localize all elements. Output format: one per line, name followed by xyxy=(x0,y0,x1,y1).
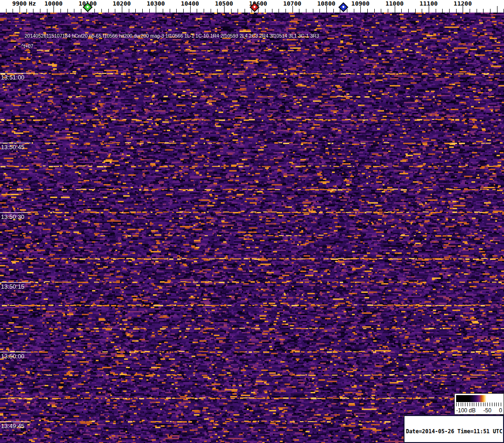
minor-tick xyxy=(197,9,197,13)
minor-tick xyxy=(183,9,184,13)
time-label-text: 13:50:00 xyxy=(1,353,25,360)
time-offset-text: ^t+07 xyxy=(21,43,33,49)
minor-tick xyxy=(238,9,238,13)
freq-tick-label: 10200 xyxy=(107,0,137,7)
marker-center-dot xyxy=(86,6,89,8)
colorbar-tick-ruler xyxy=(456,403,502,406)
minor-tick xyxy=(415,9,416,13)
time-tick-line xyxy=(0,282,31,283)
info-date-time: Date=2014-05-26 Time=11:51 UTC xyxy=(406,429,502,435)
time-tick-line xyxy=(0,143,31,143)
minor-tick xyxy=(6,9,7,13)
major-tick xyxy=(53,6,54,13)
minor-tick xyxy=(245,9,245,13)
time-label-text: 13:50:30 xyxy=(1,213,25,220)
freq-tick-label: 10400 xyxy=(175,0,205,7)
minor-tick xyxy=(313,9,313,13)
major-tick xyxy=(497,6,497,13)
minor-tick xyxy=(490,9,491,13)
time-label-text: 13:50:45 xyxy=(1,144,25,151)
minor-tick xyxy=(94,9,95,13)
colorbar-label-max: 0 xyxy=(499,407,502,414)
minor-tick xyxy=(436,9,436,13)
major-tick xyxy=(156,6,156,13)
minor-tick xyxy=(129,9,129,13)
minor-tick xyxy=(333,9,334,13)
major-tick xyxy=(429,6,429,13)
colorbar-labels: -100 dB -50 0 xyxy=(456,407,502,414)
minor-tick xyxy=(408,9,409,13)
time-label-text: 13:49:45 xyxy=(1,423,25,430)
colorbar-gradient xyxy=(456,395,502,402)
minor-tick xyxy=(299,9,299,13)
colorbar: -100 dB -50 0 xyxy=(454,393,504,415)
minor-tick xyxy=(381,9,381,13)
minor-tick xyxy=(27,9,27,13)
major-tick xyxy=(224,6,225,13)
minor-tick xyxy=(456,9,457,13)
time-label-text: 13:51:00 xyxy=(1,74,25,81)
freq-tick-label: 10900 xyxy=(345,0,375,7)
minor-tick xyxy=(176,9,177,13)
minor-tick xyxy=(149,9,150,13)
freq-tick-label: 11000 xyxy=(380,0,410,7)
minor-tick xyxy=(279,9,279,13)
colorbar-label-mid: -50 xyxy=(484,407,491,414)
major-tick xyxy=(395,6,395,13)
major-tick xyxy=(190,6,191,13)
minor-tick xyxy=(422,9,422,13)
minor-tick xyxy=(40,9,40,13)
time-tick-line xyxy=(0,73,31,73)
colorbar-label-min: -100 dB xyxy=(456,407,476,414)
marker-center-dot xyxy=(342,6,345,8)
minor-tick xyxy=(13,9,13,13)
minor-tick xyxy=(470,9,470,13)
minor-tick xyxy=(231,9,232,13)
major-tick xyxy=(122,6,122,13)
minor-tick xyxy=(374,9,375,13)
minor-tick xyxy=(265,9,265,13)
freq-tick-label: 10700 xyxy=(278,0,307,7)
minor-tick xyxy=(108,9,109,13)
detection-header-text: 20140526115107184 hCnt20 nb-65 f10566 hi… xyxy=(25,33,319,39)
time-tick-line xyxy=(0,422,31,422)
major-tick xyxy=(326,6,327,13)
time-label-text: 13:50:15 xyxy=(1,283,25,290)
minor-tick xyxy=(33,9,33,13)
minor-tick xyxy=(272,9,272,13)
station-info-box: Date=2014-05-26 Time=11:51 UTC Freq=143 … xyxy=(404,415,504,443)
minor-tick xyxy=(367,9,368,13)
minor-tick xyxy=(115,9,115,13)
marker-center-dot xyxy=(253,6,256,8)
minor-tick xyxy=(81,9,81,13)
major-tick xyxy=(20,6,20,13)
freq-tick-label: 11100 xyxy=(414,0,444,7)
time-tick-line xyxy=(0,212,31,213)
minor-tick xyxy=(217,9,218,13)
freq-tick-label: 10000 xyxy=(39,0,68,7)
freq-tick-label: 10300 xyxy=(141,0,171,7)
minor-tick xyxy=(204,9,204,13)
minor-tick xyxy=(170,9,170,13)
spectrogram-canvas xyxy=(0,13,504,443)
major-tick xyxy=(463,6,463,13)
time-tick-line xyxy=(0,352,31,352)
minor-tick xyxy=(483,9,484,13)
minor-tick xyxy=(60,9,61,13)
major-tick xyxy=(292,6,293,13)
minor-tick xyxy=(401,9,402,13)
freq-tick-label: 10800 xyxy=(312,0,341,7)
minor-tick xyxy=(101,9,102,13)
minor-tick xyxy=(354,9,354,13)
minor-tick xyxy=(67,9,68,13)
minor-tick xyxy=(477,9,477,13)
minor-tick xyxy=(347,9,347,13)
freq-tick-label: 10500 xyxy=(209,0,239,7)
frequency-unit-label: Hz xyxy=(29,0,36,7)
minor-tick xyxy=(319,9,320,13)
minor-tick xyxy=(211,9,211,13)
major-tick xyxy=(360,6,361,13)
minor-tick xyxy=(74,9,74,13)
minor-tick xyxy=(142,9,143,13)
minor-tick xyxy=(47,9,47,13)
